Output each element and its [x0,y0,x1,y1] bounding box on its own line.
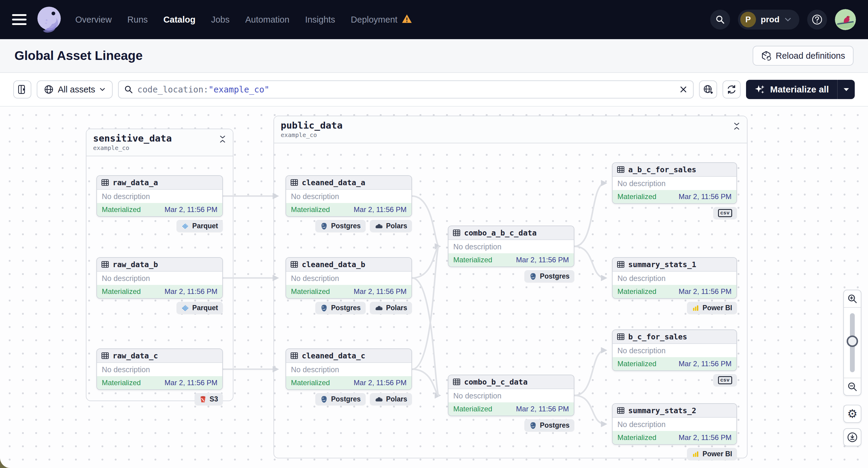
materialize-options-button[interactable] [837,80,855,99]
kind-badge-label: Parquet [192,222,218,230]
graph-settings-button[interactable]: ⚙ [843,405,861,423]
globe-icon [44,85,54,94]
status-badge: Materialized [617,192,656,201]
clear-search-icon[interactable] [679,85,688,94]
asset-node-cleaned-data-c[interactable]: cleaned_data_c No description Materializ… [285,348,412,390]
nav-item-insights[interactable]: Insights [305,15,335,25]
nav-item-automation[interactable]: Automation [245,15,289,25]
badge-row: Postgres Polars [285,220,412,232]
asset-node-raw-data-c[interactable]: raw_data_c No description MaterializedMa… [96,348,223,390]
kind-badge-powerbi[interactable]: Power BI [687,448,737,460]
search-query: code_location:"example_co" [137,85,675,95]
kind-badge-postgres[interactable]: Postgres [524,270,575,282]
kind-badge-parquet[interactable]: Parquet [177,302,223,314]
nav-item-deployment-label: Deployment [351,15,398,25]
collapse-group-icon[interactable] [219,135,226,143]
materialization-timestamp: Mar 2, 11:56 PM [164,206,217,214]
kind-badge-label: Postgres [331,222,361,230]
asset-node-summary-stats-2[interactable]: summary_stats_2 No description Materiali… [612,403,737,445]
kind-badge-postgres[interactable]: Postgres [315,220,365,232]
parquet-icon [181,223,189,230]
materialize-all-label: Materialize all [770,84,829,95]
powerbi-icon [692,450,700,458]
group-header-sensitive-data[interactable]: sensitive_data example_co [87,129,233,156]
nav-item-runs[interactable]: Runs [127,15,148,25]
kind-badge-polars[interactable]: Polars [370,393,412,405]
materialization-timestamp: Mar 2, 11:56 PM [679,287,732,296]
kind-badge-polars[interactable]: Polars [370,302,412,314]
environment-switcher[interactable]: P prod [738,10,799,30]
new-location-button[interactable] [699,81,717,98]
gear-icon: ⚙ [847,408,858,419]
kind-badge-polars[interactable]: Polars [370,220,412,232]
zoom-in-button[interactable] [844,290,861,308]
csv-icon: csv [718,209,732,217]
postgres-icon [320,396,328,403]
kind-badge-postgres[interactable]: Postgres [315,302,365,314]
asset-description: No description [613,272,736,285]
asset-node-cleaned-data-b[interactable]: cleaned_data_b No description Materializ… [285,257,412,299]
kind-badge-csv[interactable]: csv [713,207,737,219]
globe-plus-icon [703,84,713,95]
materialize-all-main[interactable]: Materialize all [746,80,837,99]
polars-icon [375,396,383,403]
asset-name: a_b_c_for_sales [628,165,696,174]
kind-badge-label: Postgres [540,272,569,280]
search-input[interactable]: code_location:"example_co" [118,81,693,98]
kind-badge-label: Power BI [703,304,732,312]
kind-badge-postgres[interactable]: Postgres [315,393,365,405]
collapse-group-icon[interactable] [733,122,740,130]
menu-icon[interactable] [12,14,27,25]
nav-item-deployment[interactable]: Deployment [351,14,412,26]
asset-filter-dropdown[interactable]: All assets [37,81,113,98]
kind-badge-parquet[interactable]: Parquet [177,220,223,232]
asset-description: No description [613,418,736,431]
asset-node-combo-a-b-c-data[interactable]: combo_a_b_c_data No description Material… [448,225,575,267]
table-icon [101,260,109,268]
asset-node-raw-data-a[interactable]: raw_data_a No description MaterializedMa… [96,175,223,217]
materialization-timestamp: Mar 2, 11:56 PM [679,433,732,442]
zoom-slider-handle[interactable] [847,336,858,347]
zoom-out-button[interactable] [844,378,861,395]
kind-badge-s3[interactable]: S3 [194,393,223,405]
nav-right: P prod [710,9,856,30]
asset-node-raw-data-b[interactable]: raw_data_b No description MaterializedMa… [96,257,223,299]
kind-badge-powerbi[interactable]: Power BI [687,302,737,314]
status-badge: Materialized [291,287,330,296]
dagster-logo-icon[interactable] [34,4,64,35]
nav-item-jobs[interactable]: Jobs [211,15,229,25]
asset-node-cleaned-data-a[interactable]: cleaned_data_a No description Materializ… [285,175,412,217]
status-badge: Materialized [102,379,141,387]
materialization-timestamp: Mar 2, 11:56 PM [164,379,217,387]
asset-node-summary-stats-1[interactable]: summary_stats_1 No description Materiali… [612,257,737,299]
kind-badge-postgres[interactable]: Postgres [524,419,575,432]
asset-node-a-b-c-for-sales[interactable]: a_b_c_for_sales No description Materiali… [612,162,737,204]
nav-item-overview[interactable]: Overview [75,15,112,25]
download-image-button[interactable] [843,428,861,446]
asset-description: No description [613,177,736,190]
badge-row: Postgres [448,270,575,282]
kind-badge-csv[interactable]: csv [713,374,737,386]
global-search-button[interactable] [710,10,730,30]
materialization-timestamp: Mar 2, 11:56 PM [679,192,732,201]
asset-node-b-c-for-sales[interactable]: b_c_for_sales No description Materialize… [612,330,737,371]
toggle-sidebar-button[interactable] [13,81,31,98]
lineage-canvas[interactable]: sensitive_data example_co public_data ex… [0,106,868,468]
materialize-all-button[interactable]: Materialize all [746,80,855,99]
postgres-icon [529,273,537,280]
asset-description: No description [97,363,222,376]
asset-description: No description [286,190,411,203]
reload-definitions-button[interactable]: Reload definitions [753,46,854,66]
asset-node-combo-b-c-data[interactable]: combo_b_c_data No description Materializ… [448,375,575,416]
refresh-button[interactable] [722,81,741,98]
nav-item-catalog[interactable]: Catalog [163,15,195,25]
zoom-slider[interactable] [844,308,861,378]
status-badge: Materialized [102,287,141,296]
help-button[interactable] [807,10,827,30]
group-header-public-data[interactable]: public_data example_co [274,116,747,143]
materialization-timestamp: Mar 2, 11:56 PM [353,379,407,387]
user-avatar[interactable] [835,9,856,30]
status-badge: Materialized [453,405,492,413]
table-icon [290,179,298,186]
asset-description: No description [286,272,411,285]
